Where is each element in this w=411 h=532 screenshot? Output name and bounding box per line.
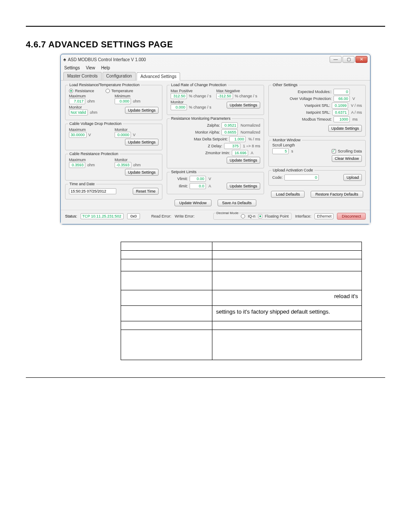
- maximum-value[interactable]: 0.3593: [69, 162, 85, 168]
- zimin-value[interactable]: 16.696: [232, 150, 248, 156]
- update-settings-button[interactable]: Update Settings: [125, 139, 159, 146]
- mbto-unit: ms: [352, 117, 362, 121]
- max-pos-value[interactable]: 312.50: [171, 93, 187, 99]
- table-row: reload it's: [121, 290, 362, 306]
- radio-iqn[interactable]: [241, 214, 245, 218]
- group-title: Load Resistance/Temperature Protection: [68, 83, 141, 87]
- minimize-button[interactable]: —: [330, 56, 342, 63]
- status-label: Status:: [65, 214, 77, 218]
- mbto-value[interactable]: 1000: [333, 116, 350, 122]
- tab-advanced-settings[interactable]: Advanced Settings: [137, 72, 180, 81]
- monitor-unit: ohm: [90, 110, 97, 115]
- isrl-value[interactable]: 0.6371: [332, 109, 349, 115]
- max-neg-value[interactable]: -312.50: [216, 93, 233, 99]
- tab-configuration[interactable]: Configuration: [103, 72, 136, 80]
- status-bar: Status: TCP 10.11.25.231:502 0x0 Read Er…: [61, 210, 370, 224]
- scroll-length-unit: s: [291, 149, 301, 153]
- group-upload-code: Upload Activation Code Code: 0 Upload: [268, 170, 366, 186]
- ilimit-value[interactable]: 0.0: [190, 183, 206, 189]
- monitor-label: Monitor: [115, 128, 159, 132]
- expected-value[interactable]: 0: [333, 89, 350, 95]
- table-cell: [212, 259, 362, 271]
- window-title: ASD MODBUS Control Interface V 1.000: [68, 57, 146, 62]
- update-settings-button[interactable]: Update Settings: [227, 157, 260, 164]
- update-settings-button[interactable]: Update Settings: [125, 107, 159, 114]
- table-row: settings to it's factory shipped default…: [121, 306, 362, 321]
- zalpha-value[interactable]: 0.9521: [221, 122, 238, 128]
- radio-float[interactable]: [258, 214, 262, 218]
- monitor-unit: ohm: [133, 163, 141, 167]
- update-settings-button[interactable]: Update Settings: [227, 183, 260, 190]
- save-defaults-button[interactable]: Save As Defaults: [218, 199, 257, 206]
- clear-window-button[interactable]: Clear Window: [332, 155, 362, 162]
- menu-view[interactable]: View: [86, 65, 95, 70]
- scroll-length-value[interactable]: 5: [272, 148, 289, 154]
- time-date-value: 15:50:25 07/25/2012: [69, 188, 116, 194]
- table-cell: [121, 242, 212, 251]
- table-cell: [212, 271, 362, 290]
- maximum-value[interactable]: 30.0000: [69, 132, 87, 138]
- reset-time-button[interactable]: Reset Time: [133, 188, 159, 195]
- table-cell: [121, 321, 212, 330]
- table-cell: [121, 290, 212, 306]
- ovp-value[interactable]: 66.00: [333, 96, 350, 102]
- table-row: [121, 259, 362, 271]
- close-button[interactable]: ✕: [355, 56, 367, 63]
- maximize-button[interactable]: ▢: [342, 56, 355, 63]
- section-heading: 4.6.7 ADVANCED SETTINGS PAGE: [26, 40, 385, 50]
- table-row: [121, 251, 362, 259]
- load-defaults-button[interactable]: Load Defaults: [271, 191, 305, 198]
- max-neg-unit: % change / s: [235, 94, 257, 98]
- radio-resistance[interactable]: [69, 89, 73, 93]
- max-neg-label: Max Negative: [216, 89, 260, 93]
- radio-temperature[interactable]: [106, 89, 110, 93]
- group-title: Upload Activation Code: [271, 168, 314, 172]
- vsrl-label: Vsetpoint SRL:: [272, 103, 330, 108]
- scroll-length-label: Scroll Length: [272, 143, 362, 147]
- vsrl-value[interactable]: 0.1099: [332, 103, 348, 109]
- tab-master-controls[interactable]: Master Controls: [63, 72, 102, 80]
- decimal-mode-title: Decimal Mode: [216, 211, 238, 215]
- update-settings-button[interactable]: Update Settings: [328, 125, 362, 132]
- group-title: Cable Voltage Drop Protection: [68, 121, 123, 126]
- ovp-unit: V: [352, 96, 362, 101]
- scrolling-data-checkbox[interactable]: [332, 149, 336, 153]
- menu-help[interactable]: Help: [101, 65, 110, 70]
- maximum-value[interactable]: 7.017: [69, 98, 85, 104]
- maximum-unit: ohm: [87, 99, 95, 103]
- group-monitor-window: Monitor Window Scroll Length 5 s Scrolli…: [268, 140, 366, 167]
- monalpha-value[interactable]: 0.6655: [221, 129, 238, 135]
- group-load-res-temp: Load Resistance/Temperature Protection R…: [65, 85, 162, 120]
- update-window-button[interactable]: Update Window: [174, 199, 212, 206]
- scrolling-data-label: Scrolling Data: [338, 149, 362, 153]
- table-cell: [212, 321, 362, 330]
- radio-iqn-label: IQ-n: [248, 214, 255, 218]
- table-row: [121, 242, 362, 251]
- vlimit-unit: V: [209, 177, 218, 181]
- table-row: [121, 321, 362, 330]
- monitor-value: Not Valid: [69, 109, 88, 115]
- code-label: Code:: [272, 175, 283, 180]
- minimum-value[interactable]: 0.000: [115, 98, 131, 104]
- restore-factory-button[interactable]: Restore Factory Defaults: [311, 191, 363, 198]
- ilimit-unit: A: [209, 184, 218, 188]
- write-error-label: Write Error:: [175, 214, 195, 218]
- expected-label: Expected Modules::: [272, 90, 332, 94]
- table-cell: reload it's: [212, 290, 362, 306]
- upload-button[interactable]: Upload: [343, 174, 362, 181]
- zdelay-value[interactable]: 375: [224, 143, 240, 149]
- interface-select[interactable]: Ethernet: [314, 213, 333, 219]
- update-settings-button[interactable]: Update Settings: [125, 169, 159, 176]
- menu-settings[interactable]: Settings: [64, 65, 80, 70]
- maximum-label: Maximum: [69, 128, 113, 132]
- vlimit-value[interactable]: 0.00: [190, 176, 206, 182]
- maxdelta-value[interactable]: 1.000: [229, 136, 246, 142]
- zdelay-unit: 1 => 8 ms: [243, 144, 260, 148]
- group-title: Monitor Window: [271, 138, 302, 142]
- zimin-unit: A: [251, 151, 260, 155]
- disconnect-button[interactable]: Disconnect: [337, 213, 366, 220]
- update-settings-button[interactable]: Update Settings: [227, 102, 260, 109]
- app-window: ♠ ASD MODBUS Control Interface V 1.000 —…: [60, 54, 371, 224]
- code-value[interactable]: 0: [284, 174, 319, 180]
- monitor-value: -0.3593: [115, 162, 131, 168]
